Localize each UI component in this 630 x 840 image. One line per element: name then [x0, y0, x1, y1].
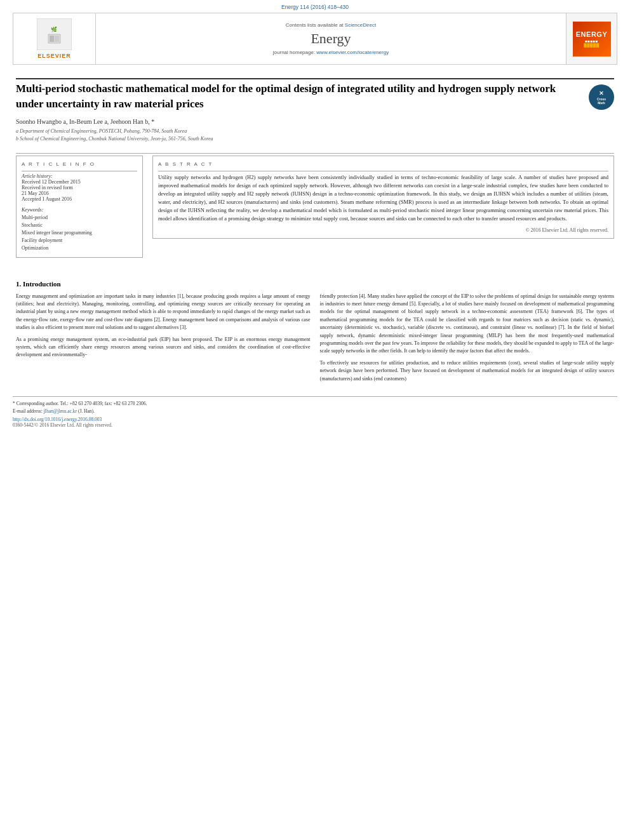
email-link[interactable]: jlhan@jlmu.ac.kr — [44, 408, 77, 414]
article-info-label: A R T I C L E I N F O — [22, 161, 137, 167]
abstract-content: Utility supply networks and hydrogen (H2… — [158, 174, 608, 222]
doi-link[interactable]: http://dx.doi.org/10.1016/j.energy.2016.… — [13, 417, 102, 422]
article-info-column: A R T I C L E I N F O Article history: R… — [16, 156, 143, 264]
svg-rect-4 — [55, 36, 59, 42]
section-divider-1 — [16, 153, 614, 154]
svg-rect-3 — [50, 36, 54, 42]
email-line: E-mail address: jlhan@jlmu.ac.kr (J. Han… — [13, 408, 617, 414]
authors-line: Soonho Hwangbo a, In-Beum Lee a, Jeehoon… — [16, 118, 579, 125]
accepted-label: Accepted 1 August 2016 — [22, 196, 137, 202]
intro-para-4-text: To effectively use resources for utiliti… — [320, 360, 615, 382]
revised-date: 21 May 2016 — [22, 190, 137, 196]
abstract-text: Utility supply networks and hydrogen (H2… — [158, 173, 608, 223]
introduction-section: 1. Introduction Energy management and op… — [16, 274, 614, 387]
intro-label: Introduction — [23, 280, 61, 288]
intro-para-2-text: As a promising energy management system,… — [16, 337, 311, 358]
journal-title: Energy — [311, 30, 351, 47]
abstract-column: A B S T R A C T Utility supply networks … — [152, 156, 614, 264]
received-value: Received 12 December 2015 — [22, 179, 137, 185]
energy-logo-img: ENERGY ■■■■■ ▓▓▓▓▓ — [573, 22, 611, 57]
abstract-label: A B S T R A C T — [158, 161, 608, 167]
affiliation-a: a Department of Chemical Engineering, PO… — [16, 128, 579, 135]
footer-area: * Corresponding author. Tel.: +82 63 270… — [13, 396, 617, 428]
affiliation-b: b School of Chemical Engineering, Chonbu… — [16, 135, 579, 143]
elsevier-tree-icon: 🌿 — [37, 18, 72, 50]
crossmark-label: ✕ CrossMark — [597, 90, 606, 105]
keyword-1: Multi-period — [22, 214, 137, 222]
keywords-section: Keywords: Multi-period Stochastic Mixed … — [22, 207, 137, 252]
abstract-divider — [158, 171, 608, 171]
article-title-text: Multi-period stochastic mathematical mod… — [16, 81, 579, 147]
contents-line: Contents lists available at ScienceDirec… — [286, 22, 376, 28]
journal-info-center: Contents lists available at ScienceDirec… — [96, 13, 566, 64]
crossmark-circle: ✕ CrossMark — [589, 84, 614, 110]
keyword-2: Stochastic — [22, 222, 137, 229]
intro-para-2: As a promising energy management system,… — [16, 336, 311, 359]
citation-text: Energy 114 (2016) 418–430 — [281, 4, 349, 10]
doi-line: http://dx.doi.org/10.1016/j.energy.2016.… — [13, 416, 617, 422]
intro-para-1: Energy management and optimization are i… — [16, 293, 311, 332]
homepage-link[interactable]: www.elsevier.com/locate/energy — [316, 50, 389, 55]
abstract-copyright: © 2016 Elsevier Ltd. All rights reserved… — [158, 227, 608, 233]
email-name: (J. Han). — [78, 408, 95, 414]
intro-para-1-text: Energy management and optimization are i… — [16, 293, 311, 331]
citation-bar: Energy 114 (2016) 418–430 — [0, 0, 630, 13]
intro-title: 1. Introduction — [16, 280, 614, 288]
corresponding-text: * Corresponding author. Tel.: +82 63 270… — [13, 401, 147, 406]
keywords-title: Keywords: — [22, 207, 137, 213]
article-title-area: Multi-period stochastic mathematical mod… — [16, 81, 614, 147]
affiliations: a Department of Chemical Engineering, PO… — [16, 128, 579, 143]
info-divider — [22, 171, 137, 171]
keyword-4: Facility deployment — [22, 237, 137, 244]
elsevier-logo: 🌿 ELSEVIER — [37, 18, 72, 59]
main-content: Multi-period stochastic mathematical mod… — [13, 65, 617, 387]
crossmark-badge[interactable]: ✕ CrossMark — [589, 84, 614, 110]
abstract-box: A B S T R A C T Utility supply networks … — [152, 156, 614, 239]
intro-num: 1. — [16, 280, 21, 288]
info-abstract-row: A R T I C L E I N F O Article history: R… — [16, 156, 614, 264]
history-label: Article history: — [22, 173, 137, 179]
svg-text:🌿: 🌿 — [51, 26, 57, 32]
contents-text: Contents lists available at — [286, 22, 344, 28]
header-divider — [16, 78, 614, 79]
elsevier-name: ELSEVIER — [37, 53, 72, 59]
energy-logo-box: ENERGY ■■■■■ ▓▓▓▓▓ — [573, 22, 611, 57]
sciencedirect-link[interactable]: ScienceDirect — [345, 22, 376, 28]
intro-para-3: friendly protection [4]. Many studies ha… — [320, 293, 615, 356]
elsevier-logo-area: 🌿 ELSEVIER — [13, 13, 96, 64]
body-two-col: Energy management and optimization are i… — [16, 293, 614, 387]
article-info-box: A R T I C L E I N F O Article history: R… — [16, 156, 143, 258]
authors-text: Soonho Hwangbo a, In-Beum Lee a, Jeehoon… — [16, 118, 154, 125]
journal-homepage: journal homepage: www.elsevier.com/locat… — [273, 50, 389, 55]
body-col-left: Energy management and optimization are i… — [16, 293, 311, 387]
energy-logo-area: ENERGY ■■■■■ ▓▓▓▓▓ — [566, 13, 617, 64]
body-col-right: friendly protection [4]. Many studies ha… — [320, 293, 615, 387]
keyword-5: Optimization — [22, 244, 137, 252]
intro-para-3-text: friendly protection [4]. Many studies ha… — [320, 293, 615, 354]
journal-header: 🌿 ELSEVIER Contents lists available at S… — [13, 13, 617, 65]
email-label: E-mail address: — [13, 408, 43, 414]
homepage-label: journal homepage: — [273, 50, 315, 55]
intro-para-4: To effectively use resources for utiliti… — [320, 359, 615, 383]
history-row: Article history: Received 12 December 20… — [22, 173, 137, 202]
article-title: Multi-period stochastic mathematical mod… — [16, 81, 579, 112]
keyword-3: Mixed integer linear programming — [22, 229, 137, 237]
revised-label: Received in revised form — [22, 185, 137, 190]
corresponding-note: * Corresponding author. Tel.: +82 63 270… — [13, 401, 617, 406]
footer-copyright: 0360-5442/© 2016 Elsevier Ltd. All right… — [13, 422, 617, 428]
